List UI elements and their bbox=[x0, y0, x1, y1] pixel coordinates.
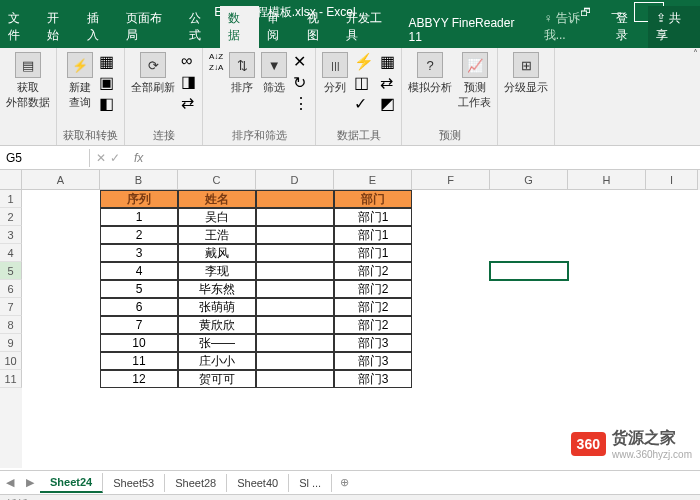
col-header-I[interactable]: I bbox=[646, 170, 698, 190]
tell-me[interactable]: ♀ 告诉我... bbox=[536, 6, 609, 48]
cell-E7[interactable]: 部门2 bbox=[334, 298, 412, 316]
sort-button[interactable]: ⇅排序 bbox=[229, 52, 255, 95]
cell-D6[interactable] bbox=[256, 280, 334, 298]
cell-D11[interactable] bbox=[256, 370, 334, 388]
cell-B10[interactable]: 11 bbox=[100, 352, 178, 370]
new-query-button[interactable]: ⚡新建 查询 bbox=[67, 52, 93, 110]
row-header[interactable]: 7 bbox=[0, 298, 22, 316]
cell-E8[interactable]: 部门2 bbox=[334, 316, 412, 334]
col-header-A[interactable]: A bbox=[22, 170, 100, 190]
cell-B4[interactable]: 3 bbox=[100, 244, 178, 262]
fx-icon[interactable]: fx bbox=[126, 149, 151, 167]
cell-E9[interactable]: 部门3 bbox=[334, 334, 412, 352]
cell-D7[interactable] bbox=[256, 298, 334, 316]
cell-B7[interactable]: 6 bbox=[100, 298, 178, 316]
tab-layout[interactable]: 页面布局 bbox=[118, 6, 181, 48]
cell-B5[interactable]: 4 bbox=[100, 262, 178, 280]
row-header[interactable]: 2 bbox=[0, 208, 22, 226]
tab-view[interactable]: 视图 bbox=[299, 6, 338, 48]
sheet-tab-4[interactable]: Sheet40 bbox=[227, 474, 289, 492]
cell-C7[interactable]: 张萌萌 bbox=[178, 298, 256, 316]
share-button[interactable]: ⇪ 共享 bbox=[648, 6, 700, 48]
cell-C4[interactable]: 戴风 bbox=[178, 244, 256, 262]
data-model-icon[interactable]: ◩ bbox=[380, 94, 395, 113]
tab-home[interactable]: 开始 bbox=[39, 6, 78, 48]
tab-data[interactable]: 数据 bbox=[220, 6, 259, 48]
consolidate-icon[interactable]: ▦ bbox=[380, 52, 395, 71]
cell-B11[interactable]: 12 bbox=[100, 370, 178, 388]
recent-sources-icon[interactable]: ◧ bbox=[99, 94, 114, 113]
cell-E3[interactable]: 部门1 bbox=[334, 226, 412, 244]
col-header-D[interactable]: D bbox=[256, 170, 334, 190]
tab-insert[interactable]: 插入 bbox=[79, 6, 118, 48]
row-header[interactable]: 8 bbox=[0, 316, 22, 334]
cell-C1[interactable]: 姓名 bbox=[178, 190, 256, 208]
cell-D4[interactable] bbox=[256, 244, 334, 262]
relationships-icon[interactable]: ⇄ bbox=[380, 73, 395, 92]
row-header[interactable]: 3 bbox=[0, 226, 22, 244]
col-header-C[interactable]: C bbox=[178, 170, 256, 190]
outline-button[interactable]: ⊞分级显示 bbox=[504, 52, 548, 95]
row-header[interactable]: 1 bbox=[0, 190, 22, 208]
select-all-corner[interactable] bbox=[0, 170, 22, 190]
sheet-nav-next[interactable]: ▶ bbox=[20, 476, 40, 489]
row-header[interactable]: 9 bbox=[0, 334, 22, 352]
cell-B2[interactable]: 1 bbox=[100, 208, 178, 226]
cell-E6[interactable]: 部门2 bbox=[334, 280, 412, 298]
cell-E11[interactable]: 部门3 bbox=[334, 370, 412, 388]
name-box[interactable]: G5 bbox=[0, 149, 90, 167]
col-header-F[interactable]: F bbox=[412, 170, 490, 190]
advanced-filter-icon[interactable]: ⋮ bbox=[293, 94, 309, 113]
cell-D1[interactable] bbox=[256, 190, 334, 208]
cell-D10[interactable] bbox=[256, 352, 334, 370]
cell-D9[interactable] bbox=[256, 334, 334, 352]
cell-B8[interactable]: 7 bbox=[100, 316, 178, 334]
clear-filter-icon[interactable]: ✕ bbox=[293, 52, 309, 71]
cell-E10[interactable]: 部门3 bbox=[334, 352, 412, 370]
col-header-G[interactable]: G bbox=[490, 170, 568, 190]
spreadsheet-grid[interactable]: ABCDEFGHI 1234567891011 ✥ 序列姓名部门1吴白部门12王… bbox=[0, 170, 700, 470]
cell-C11[interactable]: 贺可可 bbox=[178, 370, 256, 388]
row-header[interactable]: 11 bbox=[0, 370, 22, 388]
properties-icon[interactable]: ◨ bbox=[181, 72, 196, 91]
sheet-nav-prev[interactable]: ◀ bbox=[0, 476, 20, 489]
collapse-ribbon-icon[interactable]: ˄ bbox=[693, 48, 698, 59]
cell-B6[interactable]: 5 bbox=[100, 280, 178, 298]
tab-dev[interactable]: 开发工具 bbox=[338, 6, 401, 48]
add-sheet-button[interactable]: ⊕ bbox=[332, 473, 357, 492]
sort-za-icon[interactable]: Z↓A bbox=[209, 63, 223, 72]
cell-D2[interactable] bbox=[256, 208, 334, 226]
cancel-formula-icon[interactable]: ✕ bbox=[96, 151, 106, 165]
sheet-tab-5[interactable]: Sl ... bbox=[289, 474, 332, 492]
cell-E4[interactable]: 部门1 bbox=[334, 244, 412, 262]
validation-icon[interactable]: ✓ bbox=[354, 94, 374, 113]
from-table-icon[interactable]: ▣ bbox=[99, 73, 114, 92]
formula-bar[interactable] bbox=[151, 156, 700, 160]
cell-C8[interactable]: 黄欣欣 bbox=[178, 316, 256, 334]
cell-E1[interactable]: 部门 bbox=[334, 190, 412, 208]
signin-button[interactable]: 登录 bbox=[608, 6, 647, 48]
cell-D3[interactable] bbox=[256, 226, 334, 244]
connections-icon[interactable]: ∞ bbox=[181, 52, 196, 70]
tab-formula[interactable]: 公式 bbox=[181, 6, 220, 48]
sheet-tab-1[interactable]: Sheet24 bbox=[40, 473, 103, 493]
cell-C6[interactable]: 毕东然 bbox=[178, 280, 256, 298]
reapply-icon[interactable]: ↻ bbox=[293, 73, 309, 92]
sheet-tab-3[interactable]: Sheet28 bbox=[165, 474, 227, 492]
tab-file[interactable]: 文件 bbox=[0, 6, 39, 48]
get-external-data-button[interactable]: ▤获取 外部数据 bbox=[6, 52, 50, 110]
show-queries-icon[interactable]: ▦ bbox=[99, 52, 114, 71]
whatif-button[interactable]: ?模拟分析 bbox=[408, 52, 452, 95]
text-to-columns-button[interactable]: ⫼分列 bbox=[322, 52, 348, 95]
cell-C2[interactable]: 吴白 bbox=[178, 208, 256, 226]
tab-abbyy[interactable]: ABBYY FineReader 11 bbox=[401, 12, 536, 48]
forecast-button[interactable]: 📈预测 工作表 bbox=[458, 52, 491, 110]
cell-E5[interactable]: 部门2 bbox=[334, 262, 412, 280]
selected-cell[interactable] bbox=[490, 262, 568, 280]
cell-B9[interactable]: 10 bbox=[100, 334, 178, 352]
cell-B3[interactable]: 2 bbox=[100, 226, 178, 244]
tab-review[interactable]: 审阅 bbox=[259, 6, 298, 48]
enter-formula-icon[interactable]: ✓ bbox=[110, 151, 120, 165]
col-header-E[interactable]: E bbox=[334, 170, 412, 190]
sort-az-icon[interactable]: A↓Z bbox=[209, 52, 223, 61]
